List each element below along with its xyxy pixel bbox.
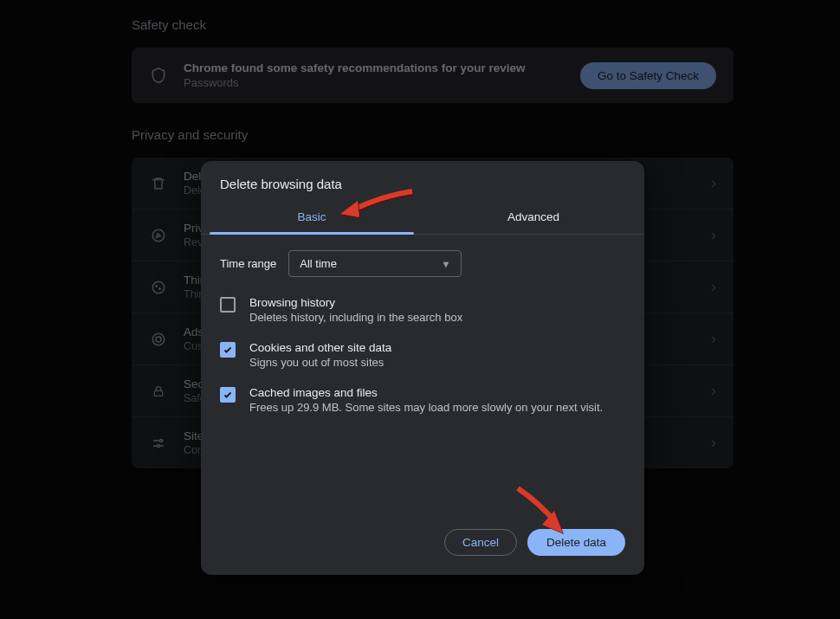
option-cached: Cached images and files Frees up 29.9 MB… bbox=[220, 386, 625, 414]
cancel-button[interactable]: Cancel bbox=[444, 529, 517, 556]
checkbox-cached[interactable] bbox=[220, 387, 236, 403]
option-browsing-history: Browsing history Deletes history, includ… bbox=[220, 296, 625, 324]
delete-browsing-data-dialog: Delete browsing data Basic Advanced Time… bbox=[201, 161, 644, 575]
option-sub: Frees up 29.9 MB. Some sites may load mo… bbox=[249, 401, 603, 414]
dialog-title: Delete browsing data bbox=[201, 161, 644, 202]
checkbox-cookies[interactable] bbox=[220, 342, 236, 358]
tab-basic[interactable]: Basic bbox=[201, 202, 423, 234]
time-range-value: All time bbox=[300, 257, 337, 270]
option-cookies: Cookies and other site data Signs you ou… bbox=[220, 341, 625, 369]
time-range-select[interactable]: All time ▼ bbox=[288, 250, 462, 277]
option-sub: Signs you out of most sites bbox=[249, 356, 391, 369]
checkbox-browsing-history[interactable] bbox=[220, 297, 236, 313]
chevron-down-icon: ▼ bbox=[441, 259, 450, 269]
option-sub: Deletes history, including in the search… bbox=[249, 311, 462, 324]
option-title: Cookies and other site data bbox=[249, 341, 391, 354]
option-title: Browsing history bbox=[249, 296, 462, 309]
delete-data-button[interactable]: Delete data bbox=[527, 529, 625, 556]
tab-advanced[interactable]: Advanced bbox=[423, 202, 644, 234]
dialog-tabs: Basic Advanced bbox=[201, 202, 644, 235]
option-title: Cached images and files bbox=[249, 386, 603, 399]
time-range-label: Time range bbox=[220, 257, 276, 270]
